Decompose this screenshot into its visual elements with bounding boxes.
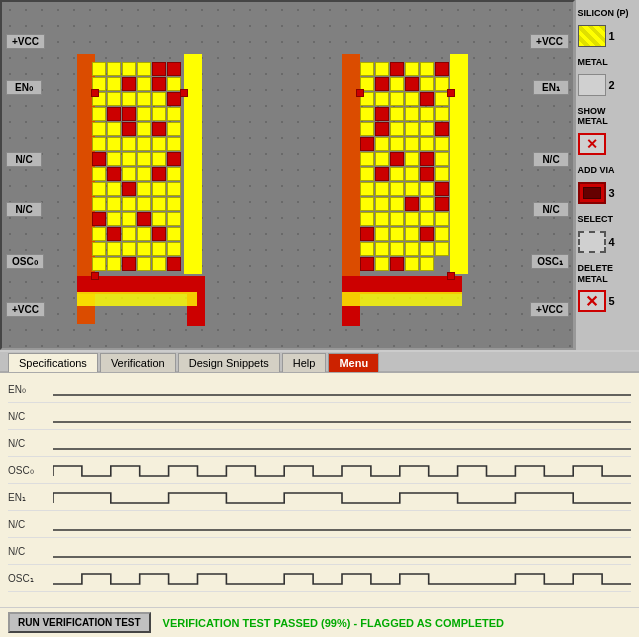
waveform-nc3: N/C bbox=[8, 512, 631, 538]
tab-menu[interactable]: Menu bbox=[328, 353, 379, 372]
waveform-en1: EN₁ bbox=[8, 485, 631, 511]
pin-osc1-right: OSC₁ bbox=[531, 254, 569, 269]
pin-nc1-left: N/C bbox=[6, 152, 42, 167]
top-area: +VCC EN₀ N/C N/C OSC₀ +VCC +VCC EN₁ N/C … bbox=[0, 0, 639, 350]
waveform-signal-nc3 bbox=[53, 516, 631, 534]
waveform-signal-osc1 bbox=[53, 570, 631, 588]
cell-grid-left bbox=[92, 62, 181, 271]
metal-label: METAL bbox=[578, 57, 638, 68]
pin-vcc-bot-left: +VCC bbox=[6, 302, 45, 317]
add-via-num: 3 bbox=[609, 187, 615, 199]
metal-swatch[interactable] bbox=[578, 74, 606, 96]
pin-nc4-right: N/C bbox=[533, 202, 569, 217]
pin-vcc-top-right: +VCC bbox=[530, 34, 569, 49]
waveform-label-en0: EN₀ bbox=[8, 384, 53, 395]
waveform-signal-nc4 bbox=[53, 543, 631, 561]
si-bottom-left bbox=[77, 292, 197, 306]
via-dot bbox=[447, 89, 455, 97]
add-via-tool[interactable]: 3 bbox=[578, 182, 638, 204]
via-dot bbox=[91, 272, 99, 280]
via-dot bbox=[91, 89, 99, 97]
waveform-nc2: N/C bbox=[8, 431, 631, 457]
waveform-label-nc3: N/C bbox=[8, 519, 53, 530]
app-container: +VCC EN₀ N/C N/C OSC₀ +VCC +VCC EN₁ N/C … bbox=[0, 0, 639, 637]
waveform-signal-nc1 bbox=[53, 408, 631, 426]
waveform-signal-nc2 bbox=[53, 435, 631, 453]
delete-metal-label: DELETE METAL bbox=[578, 263, 638, 285]
via-dot bbox=[180, 89, 188, 97]
run-verification-button[interactable]: RUN VERIFICATION TEST bbox=[8, 612, 151, 633]
si-vbar-left2 bbox=[184, 54, 202, 274]
silicon-label: SILICON (P) bbox=[578, 8, 638, 19]
waveform-signal-osc0 bbox=[53, 462, 631, 480]
circuit-canvas[interactable]: +VCC EN₀ N/C N/C OSC₀ +VCC +VCC EN₁ N/C … bbox=[0, 0, 575, 350]
show-metal-label: SHOW METAL bbox=[578, 106, 638, 128]
waveform-en0: EN₀ bbox=[8, 377, 631, 403]
add-via-swatch[interactable] bbox=[578, 182, 606, 204]
si-bottom-right bbox=[342, 292, 462, 306]
select-tool[interactable]: 4 bbox=[578, 231, 638, 253]
waveform-osc1: OSC₁ bbox=[8, 566, 631, 592]
cell-grid-right bbox=[360, 62, 449, 271]
select-label: SELECT bbox=[578, 214, 638, 225]
waveform-label-osc0: OSC₀ bbox=[8, 465, 53, 476]
delete-num: 5 bbox=[609, 295, 615, 307]
metal-num: 2 bbox=[609, 79, 615, 91]
pin-nc3-right: N/C bbox=[533, 152, 569, 167]
pin-osc0-left: OSC₀ bbox=[6, 254, 44, 269]
via-dot bbox=[447, 272, 455, 280]
pin-en0-left: EN₀ bbox=[6, 80, 42, 95]
toolbar: SILICON (P) 1 METAL 2 SHOW METAL ✕ ADD V… bbox=[575, 0, 639, 350]
tab-verification[interactable]: Verification bbox=[100, 353, 176, 372]
waveform-signal-en1 bbox=[53, 489, 631, 507]
show-metal-swatch[interactable]: ✕ bbox=[578, 133, 606, 155]
waveform-osc0: OSC₀ bbox=[8, 458, 631, 484]
tabs-row: Specifications Verification Design Snipp… bbox=[0, 352, 639, 373]
delete-tool[interactable]: ✕ 5 bbox=[578, 290, 638, 312]
bottom-bar: RUN VERIFICATION TEST VERIFICATION TEST … bbox=[0, 607, 639, 637]
waveform-label-nc1: N/C bbox=[8, 411, 53, 422]
tab-help[interactable]: Help bbox=[282, 353, 327, 372]
verification-status: VERIFICATION TEST PASSED (99%) - FLAGGED… bbox=[163, 617, 504, 629]
pin-nc2-left: N/C bbox=[6, 202, 42, 217]
add-via-label: ADD VIA bbox=[578, 165, 638, 176]
pin-vcc-bot-right: +VCC bbox=[530, 302, 569, 317]
si-vbar-right2 bbox=[450, 54, 468, 274]
via-dot bbox=[356, 89, 364, 97]
delete-swatch[interactable]: ✕ bbox=[578, 290, 606, 312]
silicon-swatch[interactable] bbox=[578, 25, 606, 47]
select-swatch[interactable] bbox=[578, 231, 606, 253]
waveform-nc1: N/C bbox=[8, 404, 631, 430]
waveform-label-nc2: N/C bbox=[8, 438, 53, 449]
silicon-num: 1 bbox=[609, 30, 615, 42]
waveform-signal-en0 bbox=[53, 381, 631, 399]
show-metal-tool[interactable]: ✕ bbox=[578, 133, 638, 155]
bottom-panel: Specifications Verification Design Snipp… bbox=[0, 350, 639, 637]
tab-design-snippets[interactable]: Design Snippets bbox=[178, 353, 280, 372]
waveform-area: EN₀ N/C N/C bbox=[0, 373, 639, 607]
waveform-label-osc1: OSC₁ bbox=[8, 573, 53, 584]
metal-tool[interactable]: 2 bbox=[578, 74, 638, 96]
waveform-nc4: N/C bbox=[8, 539, 631, 565]
select-num: 4 bbox=[609, 236, 615, 248]
tab-specifications[interactable]: Specifications bbox=[8, 353, 98, 372]
pin-en1-right: EN₁ bbox=[533, 80, 569, 95]
waveform-label-nc4: N/C bbox=[8, 546, 53, 557]
silicon-tool[interactable]: 1 bbox=[578, 25, 638, 47]
waveform-label-en1: EN₁ bbox=[8, 492, 53, 503]
pin-vcc-top-left: +VCC bbox=[6, 34, 45, 49]
